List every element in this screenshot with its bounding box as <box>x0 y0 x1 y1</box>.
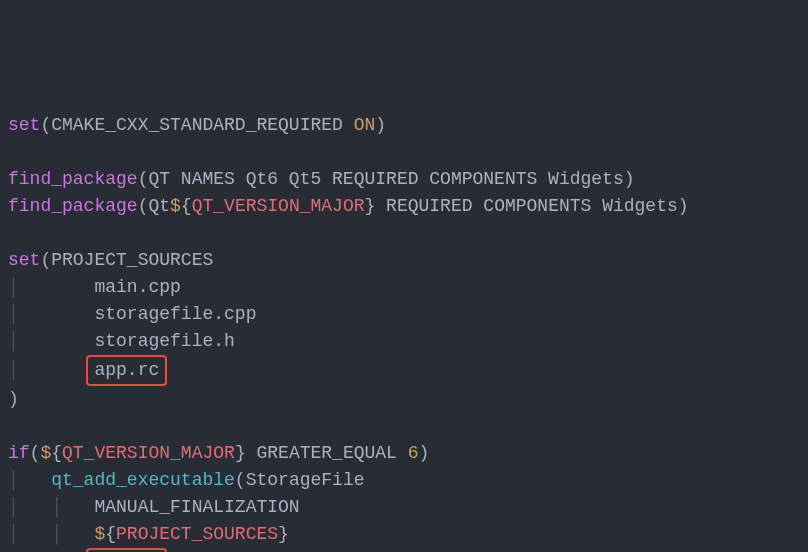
line-3: find_package(QT NAMES Qt6 Qt5 REQUIRED C… <box>8 169 635 189</box>
var-project-sources: PROJECT_SOURCES <box>51 250 213 270</box>
src-storagefile-cpp: storagefile.cpp <box>94 304 256 324</box>
args-find-qt: QT NAMES Qt6 Qt5 REQUIRED COMPONENTS Wid… <box>148 169 623 189</box>
const-on: ON <box>354 115 376 135</box>
arg-cmake-std-required: CMAKE_CXX_STANDARD_REQUIRED <box>51 115 343 135</box>
highlighted-app-rc-2: app.rc <box>86 548 167 552</box>
fn-qt-add-executable: qt_add_executable <box>51 470 235 490</box>
line-1: set(CMAKE_CXX_STANDARD_REQUIRED ON) <box>8 115 386 135</box>
keyword-set: set <box>8 115 40 135</box>
keyword-set: set <box>8 250 40 270</box>
keyword-find-package: find_package <box>8 196 138 216</box>
keyword-if: if <box>8 443 30 463</box>
line-6: set(PROJECT_SOURCES <box>8 250 213 270</box>
code-block: set(CMAKE_CXX_STANDARD_REQUIRED ON) find… <box>8 112 800 552</box>
src-storagefile-h: storagefile.h <box>94 331 234 351</box>
var-qt-version-major: QT_VERSION_MAJOR <box>192 196 365 216</box>
arg-manual-finalization: MANUAL_FINALIZATION <box>94 497 299 517</box>
line-12: if(${QT_VERSION_MAJOR} GREATER_EQUAL 6) <box>8 443 429 463</box>
var-project-sources: PROJECT_SOURCES <box>116 524 278 544</box>
highlighted-app-rc-1: app.rc <box>86 355 167 386</box>
keyword-find-package: find_package <box>8 169 138 189</box>
line-4: find_package(Qt${QT_VERSION_MAJOR} REQUI… <box>8 196 689 216</box>
target-storagefile: StorageFile <box>246 470 365 490</box>
var-qt-version-major: QT_VERSION_MAJOR <box>62 443 235 463</box>
src-main: main.cpp <box>94 277 180 297</box>
